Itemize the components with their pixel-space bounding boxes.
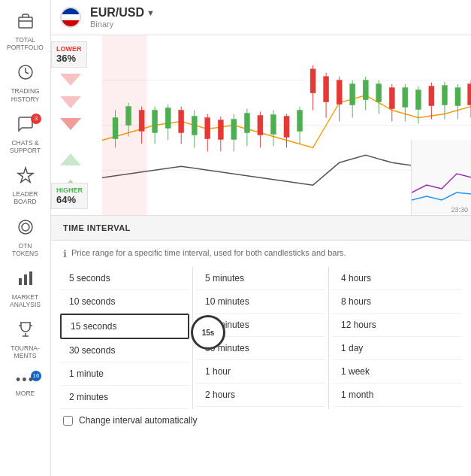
- interval-item-2h[interactable]: 2 hours: [196, 384, 325, 407]
- sidebar-item-total-portfolio[interactable]: TOTAL PORTFOLIO: [0, 6, 50, 57]
- svg-rect-16: [126, 107, 131, 126]
- interval-item-1h[interactable]: 1 hour: [196, 360, 325, 384]
- lower-badge: LOWER 36%: [51, 41, 87, 68]
- sidebar-item-chats-support[interactable]: 3 CHATS &SUPPORT: [0, 109, 50, 160]
- chart-time-label: 23:30: [451, 206, 468, 214]
- higher-pct: 64%: [56, 194, 83, 205]
- svg-rect-40: [415, 90, 421, 110]
- down-arrow-3: [60, 118, 81, 130]
- time-interval-panel: TIME INTERVAL ℹ Price range for a specif…: [51, 216, 471, 476]
- sidebar: TOTAL PORTFOLIO TRADINGHISTORY 3 CHATS &…: [0, 0, 51, 476]
- svg-rect-58: [310, 69, 316, 93]
- currency-type-label: Binary: [90, 20, 155, 29]
- interval-item-15m[interactable]: 15 minutes: [196, 314, 325, 337]
- otn-icon: [17, 218, 35, 241]
- sidebar-label-otn-tokens: OTNTOKENS: [12, 242, 38, 257]
- interval-item-8h[interactable]: 8 hours: [332, 290, 462, 314]
- interval-item-15s[interactable]: 15 seconds: [60, 314, 189, 339]
- sidebar-item-tournaments[interactable]: TOURNA-MENTS: [0, 314, 50, 365]
- svg-rect-62: [337, 80, 342, 105]
- sidebar-item-trading-history[interactable]: TRADINGHISTORY: [0, 57, 50, 108]
- market-analysis-icon: [17, 269, 35, 292]
- sidebar-label-leaderboard: LEADERBOARD: [12, 190, 38, 205]
- sidebar-item-market-analysis[interactable]: MARKETANALYSIS: [0, 263, 50, 314]
- svg-rect-64: [389, 88, 394, 109]
- interval-item-30m[interactable]: 30 minutes: [196, 337, 325, 360]
- interval-item-1d[interactable]: 1 day: [332, 337, 462, 360]
- sidebar-label-more: MORE: [16, 390, 35, 397]
- lower-pct: 36%: [56, 53, 82, 64]
- svg-rect-50: [205, 118, 210, 139]
- sidebar-item-more[interactable]: ••• 16 MORE: [0, 366, 50, 403]
- svg-rect-24: [231, 120, 237, 140]
- interval-item-10m[interactable]: 10 minutes: [196, 290, 325, 314]
- interval-item-1w[interactable]: 1 week: [332, 360, 462, 384]
- description-text: Price range for a specific time interval…: [71, 248, 346, 257]
- change-interval-checkbox[interactable]: [63, 416, 73, 426]
- interval-item-2m[interactable]: 2 minutes: [60, 386, 189, 409]
- svg-rect-30: [297, 111, 303, 132]
- sidebar-label-trading-history: TRADINGHISTORY: [11, 87, 39, 102]
- tournaments-icon: [17, 320, 35, 343]
- svg-point-3: [19, 220, 32, 234]
- svg-rect-60: [324, 77, 329, 102]
- currency-info: EUR/USD ▼ Binary: [90, 6, 155, 29]
- svg-rect-6: [24, 274, 27, 285]
- currency-dropdown-btn[interactable]: ▼: [146, 8, 155, 17]
- svg-rect-14: [113, 118, 118, 139]
- svg-rect-48: [179, 111, 184, 133]
- sidebar-item-otn-tokens[interactable]: OTNTOKENS: [0, 212, 50, 263]
- interval-item-12h[interactable]: 12 hours: [332, 314, 462, 337]
- right-mini-chart: 23:30: [411, 140, 471, 215]
- svg-rect-28: [270, 115, 276, 135]
- sidebar-label-total-portfolio: TOTAL PORTFOLIO: [3, 36, 47, 51]
- header-inner: EUR/USD ▼ Binary: [60, 6, 155, 29]
- header: EUR/USD ▼ Binary: [51, 0, 471, 35]
- svg-rect-46: [139, 111, 144, 132]
- svg-rect-38: [403, 88, 408, 108]
- main-content: EUR/USD ▼ Binary LOWER 36% HIGHER 64%: [51, 0, 471, 476]
- time-interval-description: ℹ Price range for a specific time interv…: [51, 241, 471, 267]
- svg-rect-7: [29, 271, 32, 285]
- higher-badge: HIGHER 64%: [51, 183, 88, 209]
- chart-area: LOWER 36% HIGHER 64%: [51, 35, 471, 216]
- interval-item-1m[interactable]: 1 minute: [60, 362, 189, 386]
- sidebar-label-tournaments: TOURNA-MENTS: [11, 344, 40, 359]
- more-badge: 16: [31, 371, 41, 381]
- sidebar-label-chats-support: CHATS &SUPPORT: [10, 139, 41, 154]
- interval-item-30s[interactable]: 30 seconds: [60, 339, 189, 362]
- svg-point-4: [22, 223, 29, 231]
- interval-item-5s[interactable]: 5 seconds: [60, 267, 189, 290]
- svg-rect-56: [284, 117, 289, 138]
- chat-badge: 3: [31, 114, 41, 124]
- time-interval-title: TIME INTERVAL: [63, 223, 131, 232]
- sidebar-item-leaderboard[interactable]: LEADERBOARD: [0, 160, 50, 211]
- currency-pair: EUR/USD: [90, 6, 144, 20]
- svg-rect-42: [442, 86, 447, 105]
- svg-rect-32: [350, 84, 355, 105]
- currency-flag: [60, 7, 81, 28]
- interval-item-5m[interactable]: 5 minutes: [196, 267, 325, 290]
- down-arrow-1: [60, 74, 81, 86]
- interval-item-10s[interactable]: 10 seconds: [60, 290, 189, 314]
- interval-item-4h[interactable]: 4 hours: [332, 267, 462, 290]
- time-interval-header: TIME INTERVAL: [51, 216, 471, 241]
- svg-rect-52: [218, 120, 223, 140]
- svg-rect-44: [455, 88, 460, 106]
- svg-rect-36: [376, 84, 382, 102]
- lower-label: LOWER: [56, 45, 82, 53]
- interval-col-3: 4 hours8 hours12 hours1 day1 week1 month: [329, 267, 465, 409]
- info-icon: ℹ: [63, 248, 67, 259]
- history-icon: [17, 63, 35, 86]
- leaderboard-icon: [17, 166, 35, 189]
- portfolio-icon: [17, 12, 35, 35]
- svg-rect-54: [258, 116, 263, 135]
- svg-rect-69: [412, 140, 471, 215]
- interval-item-1mo[interactable]: 1 month: [332, 384, 462, 407]
- interval-col-2: 5 minutes10 minutes15 minutes30 minutes1…: [193, 267, 329, 409]
- interval-grid: 5 seconds10 seconds15 seconds30 seconds1…: [51, 267, 471, 409]
- change-interval-label: Change interval automatically: [79, 415, 197, 426]
- svg-rect-68: [468, 84, 471, 105]
- change-interval-row: Change interval automatically: [51, 409, 471, 432]
- svg-rect-18: [152, 111, 158, 133]
